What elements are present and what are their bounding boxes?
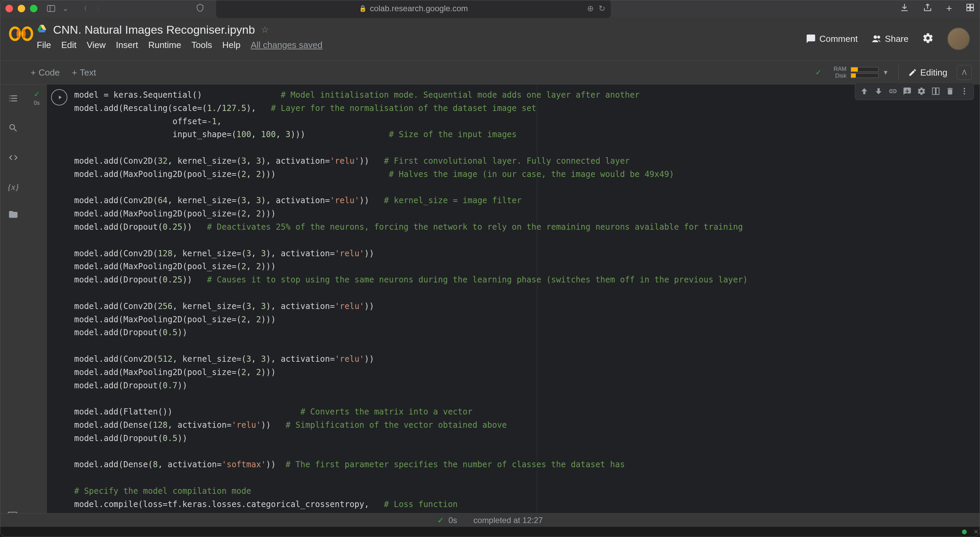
shield-icon[interactable] [196, 3, 205, 14]
share-icon[interactable] [923, 3, 932, 14]
minimize-window-button[interactable] [18, 5, 25, 12]
svg-rect-2 [967, 4, 970, 7]
status-check-icon: ✓ [437, 516, 444, 525]
settings-icon[interactable] [922, 32, 934, 45]
menu-tools[interactable]: Tools [191, 40, 212, 50]
files-icon[interactable] [8, 209, 18, 222]
user-avatar[interactable] [947, 27, 970, 50]
notebook-title[interactable]: CNN. Natural Images Recogniser.ipynb [53, 23, 255, 37]
svg-rect-4 [967, 8, 970, 11]
tabs-icon[interactable] [966, 3, 975, 14]
code-content[interactable]: model = keras.Sequential() # Model initi… [74, 88, 973, 511]
browser-chrome: ⌄ 〈 〉 🔒 colab.research.google.com ⊕ ↻ + [0, 0, 980, 17]
svg-point-8 [873, 35, 877, 39]
editor-area[interactable]: ✓ 0s model = keras.Sequential() # Model … [27, 84, 980, 513]
menu-runtime[interactable]: Runtime [148, 40, 181, 50]
variables-icon[interactable]: {x} [8, 182, 19, 192]
toolbar: +Code +Text ✓ RAM Disk ▼ Editing ᐱ [0, 61, 980, 84]
colab-logo[interactable] [8, 25, 34, 42]
new-tab-icon[interactable]: + [946, 3, 952, 14]
run-cell-button[interactable] [51, 89, 67, 105]
status-completed: completed at 12:27 [473, 516, 543, 525]
translate-icon[interactable]: ⊕ [587, 4, 594, 13]
address-bar[interactable]: 🔒 colab.research.google.com ⊕ ↻ [216, 0, 611, 18]
forward-button: 〉 [97, 5, 102, 12]
menu-bar: File Edit View Insert Runtime Tools Help… [37, 40, 806, 50]
connection-check-icon: ✓ [815, 68, 821, 77]
collapse-button[interactable]: ᐱ [957, 65, 972, 80]
snippets-icon[interactable] [8, 153, 18, 165]
chevron-down-icon[interactable]: ⌄ [63, 5, 68, 13]
url-text: colab.research.google.com [370, 4, 468, 13]
back-button[interactable]: 〈 [81, 5, 87, 12]
autosave-status[interactable]: All changes saved [251, 40, 323, 50]
svg-rect-0 [47, 5, 55, 11]
resource-indicator[interactable]: RAM Disk ▼ [834, 66, 889, 79]
menu-help[interactable]: Help [222, 40, 240, 50]
menu-file[interactable]: File [37, 40, 51, 50]
toc-icon[interactable] [8, 93, 18, 106]
cell-gutter: ✓ 0s [27, 84, 47, 513]
close-panel-icon[interactable]: ✕ [974, 528, 978, 535]
traffic-lights [5, 5, 37, 12]
menu-insert[interactable]: Insert [116, 40, 138, 50]
menu-view[interactable]: View [87, 40, 106, 50]
svg-point-9 [877, 36, 880, 39]
svg-rect-3 [970, 4, 974, 7]
status-bar: ✓ 0s completed at 12:27 [0, 513, 980, 527]
download-icon[interactable] [900, 3, 909, 14]
reload-icon[interactable]: ↻ [598, 4, 605, 13]
svg-rect-5 [970, 8, 974, 11]
app-header: CNN. Natural Images Recogniser.ipynb ☆ F… [0, 17, 980, 61]
lock-icon: 🔒 [359, 5, 366, 12]
cell-success-icon: ✓ [34, 90, 40, 99]
close-window-button[interactable] [5, 5, 13, 12]
drive-icon [37, 24, 47, 35]
status-duration: 0s [449, 516, 457, 525]
add-code-button[interactable]: +Code [30, 67, 60, 78]
add-text-button[interactable]: +Text [72, 67, 96, 78]
disk-bar [851, 73, 856, 78]
ram-bar [851, 67, 858, 72]
sidebar-toggle-icon[interactable] [46, 5, 56, 13]
comment-button[interactable]: Comment [806, 34, 858, 44]
search-icon[interactable] [8, 123, 18, 135]
menu-edit[interactable]: Edit [61, 40, 76, 50]
editing-mode-button[interactable]: Editing [908, 67, 948, 78]
left-rail: {x} [0, 84, 27, 513]
maximize-window-button[interactable] [30, 5, 37, 12]
star-icon[interactable]: ☆ [261, 24, 269, 35]
connection-dot [962, 529, 967, 534]
resource-dropdown-icon[interactable]: ▼ [883, 69, 889, 76]
share-button[interactable]: Share [872, 34, 908, 44]
cell-duration: 0s [34, 100, 40, 106]
